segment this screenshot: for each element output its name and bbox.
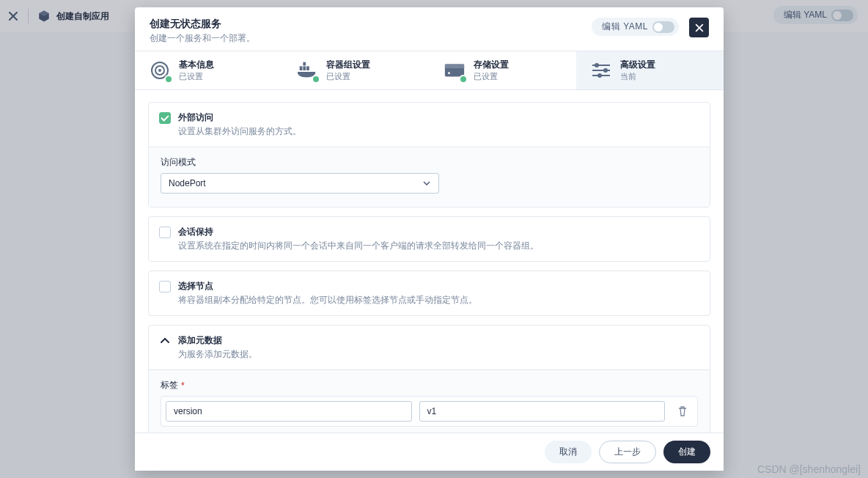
step-advanced-settings[interactable]: 高级设置 当前: [576, 51, 724, 89]
step-status: 已设置: [474, 71, 509, 82]
storage-icon: [443, 59, 466, 82]
access-mode-select[interactable]: NodePort: [161, 173, 439, 194]
step-storage-settings[interactable]: 存储设置 已设置: [430, 51, 577, 89]
svg-rect-6: [303, 62, 306, 66]
target-icon: [148, 59, 172, 82]
yaml-label: 编辑 YAML: [602, 21, 648, 33]
step-title: 存储设置: [474, 59, 509, 71]
svg-rect-5: [306, 66, 309, 70]
chevron-up-icon[interactable]: [159, 335, 171, 347]
create-button[interactable]: 创建: [663, 441, 710, 463]
metadata-desc: 为服务添加元数据。: [178, 348, 257, 361]
metadata-title: 添加元数据: [178, 334, 257, 347]
wizard-steps: 基本信息 已设置 容器组设置 已设置 存储设置 已设置: [135, 51, 724, 90]
label-row: [161, 396, 698, 427]
step-status: 当前: [620, 71, 655, 82]
step-title: 基本信息: [179, 59, 214, 71]
modal-subtitle: 创建一个服务和一个部署。: [150, 32, 592, 45]
node-title: 选择节点: [178, 280, 477, 293]
access-mode-label: 访问模式: [161, 156, 698, 169]
external-access-card: 外部访问 设置从集群外访问服务的方式。 访问模式 NodePort: [148, 102, 710, 207]
svg-rect-3: [299, 66, 302, 70]
svg-rect-4: [303, 66, 306, 70]
svg-rect-8: [444, 65, 463, 69]
container-icon: [295, 59, 319, 82]
step-basic-info[interactable]: 基本信息 已设置: [135, 51, 282, 89]
svg-point-11: [595, 63, 599, 67]
watermark: CSDN @[shenhonglei]: [757, 463, 861, 475]
toggle-off-icon: [652, 21, 674, 33]
labels-field-label: 标签*: [161, 379, 698, 391]
step-status: 已设置: [326, 71, 370, 82]
step-title: 高级设置: [620, 59, 655, 71]
edit-yaml-toggle[interactable]: 编辑 YAML: [592, 18, 679, 36]
svg-point-13: [603, 68, 608, 73]
session-checkbox[interactable]: [159, 227, 171, 238]
session-title: 会话保持: [178, 226, 539, 238]
label-value-input[interactable]: [419, 401, 666, 422]
node-checkbox[interactable]: [159, 281, 171, 293]
step-container-settings[interactable]: 容器组设置 已设置: [282, 51, 430, 89]
cancel-button[interactable]: 取消: [545, 441, 592, 463]
step-title: 容器组设置: [326, 59, 370, 71]
svg-point-15: [597, 73, 602, 78]
create-service-modal: 创建无状态服务 创建一个服务和一个部署。 编辑 YAML 基本信息 已设置: [135, 7, 724, 471]
prev-button[interactable]: 上一步: [599, 441, 656, 463]
select-node-card: 选择节点 将容器组副本分配给特定的节点。您可以使用标签选择节点或手动指定节点。: [148, 271, 710, 316]
sliders-icon: [589, 59, 613, 82]
external-access-title: 外部访问: [178, 111, 301, 124]
svg-point-9: [448, 72, 450, 74]
modal-title: 创建无状态服务: [150, 18, 592, 31]
metadata-card: 添加元数据 为服务添加元数据。 标签*: [148, 325, 710, 433]
modal-close-button[interactable]: [689, 18, 709, 37]
node-desc: 将容器组副本分配给特定的节点。您可以使用标签选择节点或手动指定节点。: [178, 294, 477, 306]
step-status: 已设置: [179, 71, 214, 82]
svg-point-2: [158, 69, 161, 72]
external-access-desc: 设置从集群外访问服务的方式。: [178, 125, 301, 138]
delete-row-button[interactable]: [677, 405, 688, 417]
chevron-down-icon: [422, 179, 431, 188]
external-access-checkbox[interactable]: [159, 112, 171, 124]
session-affinity-card: 会话保持 设置系统在指定的时间内将同一个会话中来自同一个客户端的请求全部转发给同…: [148, 216, 710, 262]
access-mode-value: NodePort: [169, 178, 206, 188]
label-key-input[interactable]: [166, 401, 412, 422]
close-icon: [694, 23, 705, 33]
session-desc: 设置系统在指定的时间内将同一个会话中来自同一个客户端的请求全部转发给同一个容器组…: [178, 240, 539, 252]
